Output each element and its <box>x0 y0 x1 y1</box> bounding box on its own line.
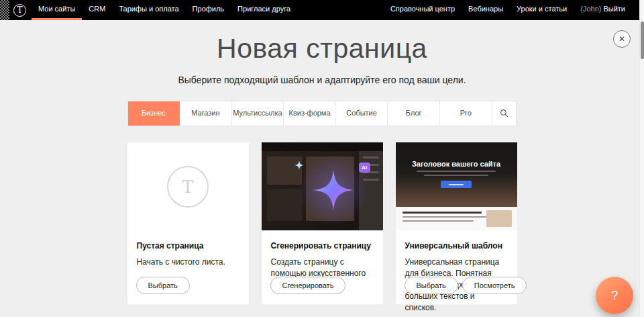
ai-preview-image: AI <box>262 142 383 230</box>
select-button[interactable]: Выбрать <box>405 277 458 294</box>
tab-blog[interactable]: Блог <box>388 101 440 126</box>
logo-wrap[interactable]: T <box>9 0 32 20</box>
scrollbar[interactable] <box>639 0 644 317</box>
page-title: Новая страница <box>0 33 644 64</box>
template-category-tabs: Бизнес Магазин Мультиссылка Квиз-форма С… <box>127 101 517 126</box>
template-grid: T Пустая страница Начать с чистого листа… <box>127 142 517 317</box>
corner-pattern-decoration <box>0 0 9 20</box>
nav-webinars[interactable]: Вебинары <box>462 0 510 20</box>
page-subtitle: Выберите подходящий шаблон и адаптируйте… <box>0 75 644 85</box>
preview-section <box>396 207 517 230</box>
preview-thumb-image <box>486 210 512 227</box>
small-sparkle-icon <box>294 160 305 173</box>
card-actions: Выбрать Посмотреть <box>405 277 527 294</box>
tab-pro[interactable]: Pro <box>440 101 492 126</box>
ai-sparkle-star-icon <box>310 167 357 214</box>
template-card-blank[interactable]: T Пустая страница Начать с чистого листа… <box>127 142 249 304</box>
view-button[interactable]: Посмотреть <box>462 277 527 294</box>
preview-hero-heading: Заголовок вашего сайта <box>396 142 517 168</box>
help-button[interactable]: ? <box>596 277 633 314</box>
universal-preview-image: Заголовок вашего сайта <box>396 142 517 230</box>
generate-button[interactable]: Сгенерировать <box>270 277 346 294</box>
close-icon: ✕ <box>619 34 625 44</box>
template-card-universal[interactable]: Заголовок вашего сайта Универсальный шаб… <box>396 142 517 304</box>
nav-tariffs[interactable]: Тарифы и оплата <box>112 0 185 20</box>
tab-shop[interactable]: Магазин <box>180 101 232 126</box>
tilda-logo-icon[interactable]: T <box>13 4 26 17</box>
preview-text-line <box>417 171 496 172</box>
preview-hero-button <box>441 181 472 188</box>
card-body: Универсальный шаблон Универсальная стран… <box>396 230 517 314</box>
logout-label: Выйти <box>603 0 625 18</box>
nav-profile[interactable]: Профиль <box>186 0 231 20</box>
scrollbar-thumb[interactable] <box>641 21 644 59</box>
tab-event[interactable]: Событие <box>336 101 388 126</box>
topbar-nav-right: Справочный центр Вебинары Уроки и статьи… <box>384 0 644 20</box>
topbar: T Мои сайты CRM Тарифы и оплата Профиль … <box>0 0 644 20</box>
tilda-logo-circle-icon: T <box>167 166 209 208</box>
question-mark-icon: ? <box>611 288 619 303</box>
nav-logout[interactable]: (John) Выйти <box>574 0 632 20</box>
tab-business[interactable]: Бизнес <box>128 101 180 126</box>
topbar-nav-left: Мои сайты CRM Тарифы и оплата Профиль Пр… <box>32 0 297 20</box>
tab-search[interactable] <box>492 101 517 126</box>
preview-tile <box>267 189 302 221</box>
nav-lessons[interactable]: Уроки и статьи <box>510 0 574 20</box>
card-body: Пустая страница Начать с чистого листа. <box>127 230 249 268</box>
card-title: Пустая страница <box>137 241 239 251</box>
tab-multilink[interactable]: Мультиссылка <box>232 101 284 126</box>
nav-help-center[interactable]: Справочный центр <box>384 0 462 20</box>
select-button[interactable]: Выбрать <box>136 277 190 294</box>
nav-invite-friend[interactable]: Пригласи друга <box>231 0 297 20</box>
ai-badge: AI <box>359 163 370 173</box>
template-card-ai-generate[interactable]: AI Сгенерировать страницу Создать страни… <box>262 142 383 304</box>
card-description: Начать с чистого листа. <box>137 257 239 268</box>
card-title: Универсальный шаблон <box>405 241 508 251</box>
preview-site-header <box>262 142 383 151</box>
card-actions: Сгенерировать <box>270 277 346 294</box>
preview-hero: Заголовок вашего сайта <box>396 142 517 207</box>
close-button[interactable]: ✕ <box>613 30 631 48</box>
card-title: Сгенерировать страницу <box>271 241 374 251</box>
username-label: (John) <box>580 0 603 18</box>
search-icon <box>500 109 508 119</box>
preview-text-line <box>424 175 488 176</box>
nav-my-sites[interactable]: Мои сайты <box>32 0 82 20</box>
tab-quiz-form[interactable]: Квиз-форма <box>284 101 336 126</box>
card-actions: Выбрать <box>136 277 190 294</box>
blank-preview: T <box>127 142 249 230</box>
nav-crm[interactable]: CRM <box>82 0 112 20</box>
